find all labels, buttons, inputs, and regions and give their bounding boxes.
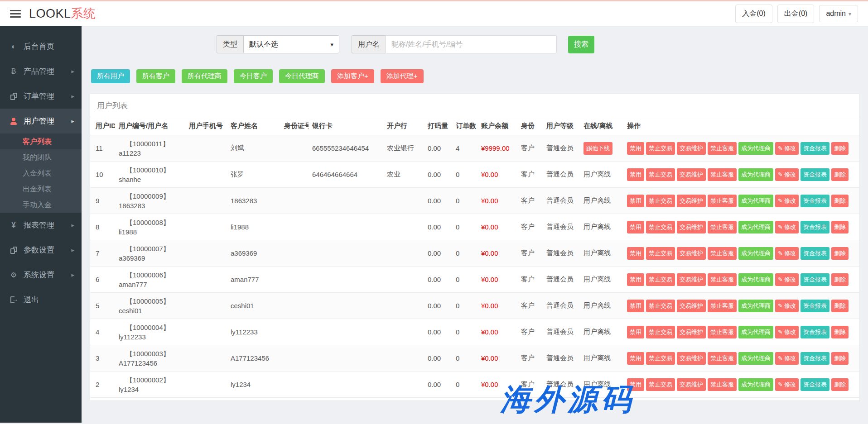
- row-action-edit[interactable]: ✎修改: [775, 221, 799, 233]
- all-agents-button[interactable]: 所有代理商: [182, 69, 227, 83]
- row-action-funds-report[interactable]: 资金报表: [800, 326, 829, 338]
- row-action-edit[interactable]: ✎修改: [775, 300, 799, 312]
- sidebar-item-dashboard[interactable]: ◐ 后台首页: [0, 34, 82, 59]
- row-action-funds-report[interactable]: 资金报表: [800, 247, 829, 260]
- row-action-ban-service[interactable]: 禁止客服: [708, 221, 737, 233]
- row-action-funds-report[interactable]: 资金报表: [800, 378, 829, 391]
- row-action-ban-service[interactable]: 禁止客服: [708, 273, 737, 286]
- row-action-disable[interactable]: 禁用: [627, 195, 644, 207]
- search-button[interactable]: 搜索: [568, 36, 594, 53]
- row-action-delete[interactable]: 删除: [831, 300, 849, 312]
- row-action-ban-trade[interactable]: 禁止交易: [646, 273, 675, 286]
- sidebar-item-products[interactable]: Ƀ 产品管理 ▸: [0, 59, 82, 84]
- row-action-ban-trade[interactable]: 禁止交易: [646, 142, 675, 155]
- row-action-trade-maintenance[interactable]: 交易维护: [677, 168, 706, 181]
- row-action-ban-service[interactable]: 禁止客服: [708, 168, 737, 181]
- row-action-ban-trade[interactable]: 禁止交易: [646, 326, 675, 338]
- row-action-ban-trade[interactable]: 禁止交易: [646, 195, 675, 207]
- row-action-become-agent[interactable]: 成为代理商: [738, 326, 773, 338]
- row-action-become-agent[interactable]: 成为代理商: [738, 300, 773, 312]
- row-action-edit[interactable]: ✎修改: [775, 326, 799, 338]
- row-action-trade-maintenance[interactable]: 交易维护: [677, 300, 706, 312]
- row-action-ban-trade[interactable]: 禁止交易: [646, 247, 675, 260]
- row-action-become-agent[interactable]: 成为代理商: [738, 378, 773, 391]
- row-action-trade-maintenance[interactable]: 交易维护: [677, 247, 706, 260]
- row-action-edit[interactable]: ✎修改: [775, 352, 799, 365]
- row-action-funds-report[interactable]: 资金报表: [800, 168, 829, 181]
- row-action-edit[interactable]: ✎修改: [775, 195, 799, 207]
- sidebar-item-logout[interactable]: → 退出: [0, 287, 82, 312]
- row-action-trade-maintenance[interactable]: 交易维护: [677, 352, 706, 365]
- row-action-trade-maintenance[interactable]: 交易维护: [677, 221, 706, 233]
- row-action-delete[interactable]: 删除: [831, 195, 849, 207]
- row-action-ban-service[interactable]: 禁止客服: [708, 352, 737, 365]
- row-action-ban-service[interactable]: 禁止客服: [708, 195, 737, 207]
- row-action-funds-report[interactable]: 资金报表: [800, 221, 829, 233]
- sidebar-subitem-manual-deposit[interactable]: 手动入金: [0, 197, 82, 213]
- row-action-ban-trade[interactable]: 禁止交易: [646, 168, 675, 181]
- row-action-edit[interactable]: ✎修改: [775, 247, 799, 260]
- row-action-trade-maintenance[interactable]: 交易维护: [677, 378, 706, 391]
- sidebar-item-orders[interactable]: 订单管理 ▸: [0, 84, 82, 109]
- withdraw-button[interactable]: 出金(0): [777, 5, 815, 23]
- sidebar-subitem-my-team[interactable]: 我的团队: [0, 149, 82, 165]
- row-action-disable[interactable]: 禁用: [627, 352, 644, 365]
- row-action-edit[interactable]: ✎修改: [775, 142, 799, 155]
- sidebar-item-params[interactable]: 参数设置 ▸: [0, 238, 82, 262]
- row-action-delete[interactable]: 删除: [831, 352, 849, 365]
- row-action-ban-service[interactable]: 禁止客服: [708, 142, 737, 155]
- row-action-delete[interactable]: 删除: [831, 326, 849, 338]
- row-action-ban-trade[interactable]: 禁止交易: [646, 378, 675, 391]
- row-action-trade-maintenance[interactable]: 交易维护: [677, 326, 706, 338]
- row-action-delete[interactable]: 删除: [831, 168, 849, 181]
- row-action-ban-service[interactable]: 禁止客服: [708, 247, 737, 260]
- admin-user-menu[interactable]: admin▾: [819, 5, 858, 22]
- sidebar-subitem-deposit-list[interactable]: 入金列表: [0, 165, 82, 181]
- sidebar-item-reports[interactable]: ¥ 报表管理 ▸: [0, 213, 82, 238]
- row-action-ban-service[interactable]: 禁止客服: [708, 300, 737, 312]
- row-action-ban-trade[interactable]: 禁止交易: [646, 300, 675, 312]
- deposit-button[interactable]: 入金(0): [735, 5, 772, 23]
- row-action-become-agent[interactable]: 成为代理商: [738, 273, 773, 286]
- row-action-funds-report[interactable]: 资金报表: [800, 273, 829, 286]
- row-action-become-agent[interactable]: 成为代理商: [738, 195, 773, 207]
- row-action-edit[interactable]: ✎修改: [775, 168, 799, 181]
- row-action-ban-service[interactable]: 禁止客服: [708, 326, 737, 338]
- row-action-delete[interactable]: 删除: [831, 378, 849, 391]
- row-action-become-agent[interactable]: 成为代理商: [738, 352, 773, 365]
- row-action-edit[interactable]: ✎修改: [775, 378, 799, 391]
- row-action-become-agent[interactable]: 成为代理商: [738, 142, 773, 155]
- sidebar-subitem-withdraw-list[interactable]: 出金列表: [0, 181, 82, 197]
- row-action-delete[interactable]: 删除: [831, 273, 849, 286]
- row-action-disable[interactable]: 禁用: [627, 273, 644, 286]
- row-action-funds-report[interactable]: 资金报表: [800, 352, 829, 365]
- today-agents-button[interactable]: 今日代理商: [279, 69, 325, 83]
- row-action-funds-report[interactable]: 资金报表: [800, 195, 829, 207]
- row-action-disable[interactable]: 禁用: [627, 378, 644, 391]
- row-action-trade-maintenance[interactable]: 交易维护: [677, 142, 706, 155]
- row-action-become-agent[interactable]: 成为代理商: [738, 168, 773, 181]
- row-action-disable[interactable]: 禁用: [627, 300, 644, 312]
- row-action-delete[interactable]: 删除: [831, 221, 849, 233]
- row-action-funds-report[interactable]: 资金报表: [800, 142, 829, 155]
- add-customer-button[interactable]: 添加客户+: [331, 69, 374, 83]
- row-action-delete[interactable]: 删除: [831, 142, 849, 155]
- row-action-trade-maintenance[interactable]: 交易维护: [677, 273, 706, 286]
- row-action-edit[interactable]: ✎修改: [775, 273, 799, 286]
- kick-offline-button[interactable]: 踢他下线: [583, 142, 612, 155]
- sidebar-subitem-customer-list[interactable]: 客户列表: [0, 133, 82, 149]
- row-action-disable[interactable]: 禁用: [627, 326, 644, 338]
- all-customers-button[interactable]: 所有客户: [136, 69, 175, 83]
- row-action-disable[interactable]: 禁用: [627, 247, 644, 260]
- row-action-disable[interactable]: 禁用: [627, 221, 644, 233]
- sidebar-item-system[interactable]: ⚙ 系统设置 ▸: [0, 262, 82, 287]
- sidebar-item-users[interactable]: 用户管理 ▸: [0, 109, 82, 133]
- all-users-button[interactable]: 所有用户: [91, 69, 130, 83]
- today-customers-button[interactable]: 今日客户: [234, 69, 273, 83]
- row-action-trade-maintenance[interactable]: 交易维护: [677, 195, 706, 207]
- row-action-become-agent[interactable]: 成为代理商: [738, 221, 773, 233]
- hamburger-menu-icon[interactable]: [10, 10, 21, 18]
- row-action-become-agent[interactable]: 成为代理商: [738, 247, 773, 260]
- row-action-ban-trade[interactable]: 禁止交易: [646, 352, 675, 365]
- add-agent-button[interactable]: 添加代理+: [381, 69, 424, 83]
